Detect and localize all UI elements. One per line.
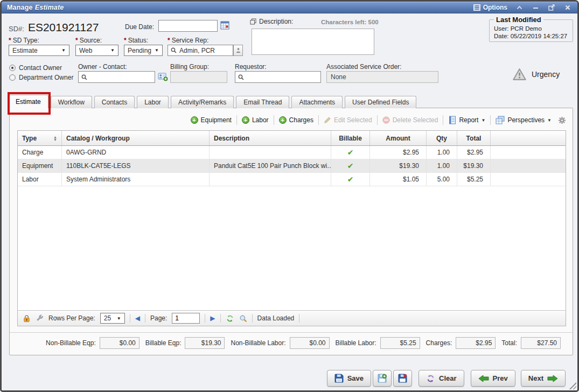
next-page-icon[interactable]: ▶ — [210, 314, 215, 322]
prev-button[interactable]: Prev — [471, 370, 515, 387]
clear-button[interactable]: Clear — [418, 370, 464, 387]
status-select[interactable]: Pending▼ — [124, 45, 163, 56]
expand-description-icon[interactable] — [250, 18, 256, 25]
radio-selected-icon — [9, 65, 16, 71]
status-label-group: *Status: — [124, 37, 148, 44]
sd-number-label: SD#: — [9, 25, 24, 33]
source-label: Source: — [80, 37, 102, 44]
total-grand: Total:$27.50 — [501, 337, 561, 349]
page-number-input[interactable] — [172, 313, 200, 324]
total-billable-labor: Billable Labor:$5.25 — [336, 337, 420, 349]
chevron-down-icon: ▼ — [155, 48, 159, 53]
billable-check-icon: ✔ — [347, 175, 354, 184]
owner-contact-label: Owner - Contact: — [78, 63, 127, 71]
tab-workflow[interactable]: Workflow — [51, 96, 92, 108]
contact-owner-radio[interactable]: Contact Owner — [9, 64, 62, 72]
due-date-input[interactable] — [158, 20, 218, 32]
refresh-icon[interactable] — [226, 314, 234, 323]
arrow-right-icon — [547, 375, 558, 382]
status-label: Status: — [128, 37, 148, 44]
table-row[interactable]: Charge 0AWG-GRND ✔ $2.95 1.00 $2.95 — [18, 146, 566, 159]
service-rep-input[interactable]: Admin, PCR — [168, 45, 233, 56]
calendar-icon[interactable] — [220, 20, 229, 30]
add-equipment-button[interactable]: +Equipment — [191, 116, 232, 124]
search-grid-icon[interactable] — [239, 314, 247, 323]
sd-type-select[interactable]: Estimate▼ — [9, 45, 69, 56]
plus-icon: + — [279, 116, 287, 124]
column-header-catalog[interactable]: Catalog / Workgroup — [62, 131, 210, 145]
collapse-icon[interactable] — [515, 4, 524, 11]
grid-settings-gear-icon[interactable] — [558, 116, 566, 124]
options-button[interactable]: Options — [473, 4, 507, 11]
close-icon[interactable] — [563, 4, 572, 11]
associated-service-order-input: None — [326, 71, 438, 83]
search-icon — [171, 47, 177, 53]
owner-contact-input[interactable] — [78, 71, 155, 83]
last-modified-title: Last Modified — [494, 16, 543, 24]
urgency-button[interactable]: Urgency — [512, 68, 560, 81]
grid-header-row: Type▲▼ Catalog / Workgroup Description B… — [18, 131, 566, 146]
select-person-button[interactable] — [233, 45, 243, 56]
table-row[interactable]: Labor System Administrators ✔ $1.05 5.00… — [18, 173, 566, 186]
sd-number-value: ES201921127 — [28, 21, 99, 34]
rows-per-page-select[interactable]: 25▼ — [100, 313, 125, 324]
billing-group-label: Billing Group: — [170, 63, 209, 71]
tab-contacts[interactable]: Contacts — [94, 96, 135, 108]
wrench-icon[interactable] — [36, 314, 44, 323]
description-textarea[interactable] — [252, 29, 374, 55]
service-rep-label: Service Rep: — [172, 37, 209, 44]
lock-icon[interactable] — [23, 314, 31, 323]
report-button[interactable]: Report▼ — [448, 116, 485, 124]
column-header-amount[interactable]: Amount — [370, 131, 427, 145]
column-header-total[interactable]: Total — [457, 131, 491, 145]
page-label: Page: — [150, 314, 167, 322]
add-charges-button[interactable]: +Charges — [279, 116, 313, 124]
required-icon: * — [9, 37, 11, 44]
save-button[interactable]: Save — [327, 370, 371, 387]
grid-pagination-bar: Rows Per Page: 25▼ ◀ Page: ▶ Data Loaded — [18, 310, 566, 326]
save-plus-icon — [378, 374, 387, 383]
window-title: ManageEstimate — [7, 4, 64, 11]
save-floppy-icon — [334, 374, 344, 383]
plus-icon: + — [191, 116, 198, 124]
save-and-new-button[interactable] — [373, 370, 392, 387]
source-select[interactable]: Web▼ — [75, 45, 118, 56]
add-contact-icon[interactable] — [158, 72, 168, 81]
associated-service-order-label: Associated Service Order: — [326, 63, 401, 71]
resize-grip[interactable] — [568, 381, 576, 389]
perspectives-button[interactable]: Perspectives▼ — [496, 116, 552, 124]
next-button[interactable]: Next — [521, 370, 566, 387]
requestor-input[interactable] — [235, 71, 321, 83]
titlebar[interactable]: ManageEstimate Options — [2, 2, 577, 13]
popout-icon[interactable] — [547, 4, 556, 11]
department-owner-radio[interactable]: Department Owner — [9, 74, 73, 81]
plus-icon: + — [242, 116, 249, 124]
total-billable-eqp: Billable Eqp:$19.30 — [145, 337, 225, 349]
grid-toolbar: +Equipment +Labor +Charges Edit Selected… — [16, 113, 566, 127]
chevron-down-icon: ▼ — [110, 48, 115, 53]
tab-user-defined-fields[interactable]: User Defined Fields — [345, 96, 416, 108]
table-row[interactable]: Equipment 110BLK-CAT5E-LEGS Panduit Cat5… — [18, 159, 566, 173]
column-header-type[interactable]: Type▲▼ — [18, 131, 62, 145]
tab-labor[interactable]: Labor — [137, 96, 169, 108]
delete-selected-button[interactable]: Delete Selected — [382, 116, 438, 124]
tab-estimate[interactable]: Estimate — [8, 95, 48, 108]
tab-email-thread[interactable]: Email Thread — [236, 96, 289, 108]
tab-attachments[interactable]: Attachments — [291, 96, 343, 108]
sd-type-label: SD Type: — [13, 37, 39, 44]
column-header-filler — [491, 131, 566, 145]
edit-selected-button[interactable]: Edit Selected — [324, 116, 372, 124]
minimize-icon[interactable] — [531, 4, 540, 11]
add-labor-button[interactable]: +Labor — [242, 116, 269, 124]
radio-unselected-icon — [9, 74, 16, 81]
source-label-group: *Source: — [75, 37, 102, 44]
requestor-label: Requestor: — [235, 63, 267, 71]
column-header-billable[interactable]: Billable — [331, 131, 370, 145]
last-modified-panel: Last Modified User: PCR Demo Date: 05/22… — [489, 16, 573, 42]
due-date-label: Due Date: — [125, 23, 154, 31]
save-and-close-button[interactable] — [393, 370, 412, 387]
column-header-description[interactable]: Description — [210, 131, 331, 145]
tab-activity-remarks[interactable]: Activity/Remarks — [171, 96, 234, 108]
column-header-qty[interactable]: Qty — [427, 131, 457, 145]
previous-page-icon[interactable]: ◀ — [135, 314, 140, 322]
